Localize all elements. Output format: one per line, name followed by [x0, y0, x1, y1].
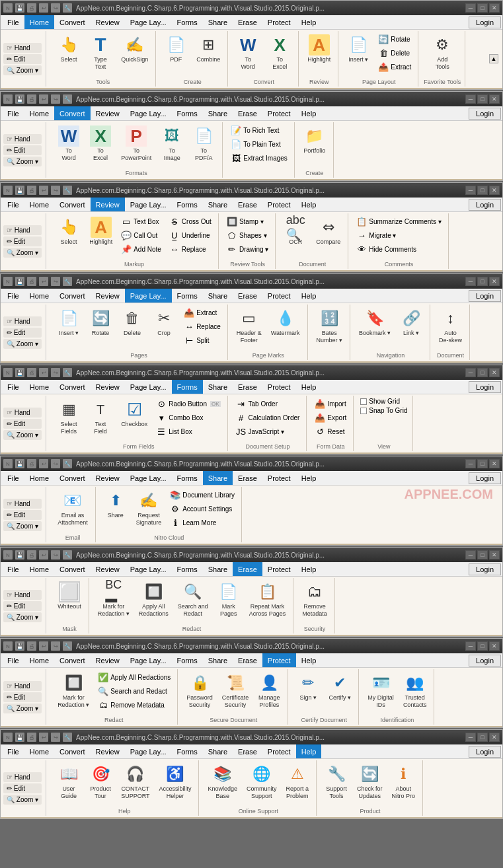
minimize-btn-8[interactable]: ─: [465, 641, 476, 651]
menu-share-6[interactable]: Share: [203, 471, 233, 485]
edit-tool-8[interactable]: ✏ Edit: [3, 692, 42, 702]
login-button[interactable]: Login: [469, 17, 501, 28]
hand-tool-8[interactable]: ☞ Hand: [3, 681, 42, 691]
menu-convert-2[interactable]: Convert: [54, 106, 91, 120]
text-field-btn[interactable]: T TextField: [86, 397, 115, 437]
repeat-mark-btn[interactable]: 📋 Repeat MarkAcross Pages: [246, 579, 290, 620]
menu-erase-9[interactable]: Erase: [233, 744, 262, 758]
shapes-btn[interactable]: ⬠Shapes ▾: [224, 229, 271, 242]
menu-help-3[interactable]: Help: [296, 198, 322, 211]
menu-forms-7[interactable]: Forms: [172, 562, 203, 576]
minimize-btn-3[interactable]: ─: [465, 186, 476, 195]
menu-convert-5[interactable]: Convert: [54, 380, 91, 394]
replace-btn[interactable]: ↔Replace: [167, 242, 214, 256]
user-guide-btn[interactable]: 📖 UserGuide: [54, 762, 83, 802]
hand-tool-2[interactable]: ☞ Hand: [3, 134, 42, 144]
menu-review-9[interactable]: Review: [91, 744, 125, 758]
calc-order-btn[interactable]: #Calculation Order: [233, 411, 303, 424]
edit-tool-9[interactable]: ✏ Edit: [3, 783, 42, 793]
bookmark-btn[interactable]: 🔖 Bookmark ▾: [356, 306, 394, 339]
menu-review[interactable]: Review: [91, 15, 125, 29]
bates-btn[interactable]: 🔢 BatesNumber ▾: [313, 306, 346, 346]
link-btn[interactable]: 🔗 Link ▾: [397, 306, 426, 339]
menu-file-6[interactable]: File: [2, 471, 24, 485]
menu-page-layout-7[interactable]: Page Lay...: [125, 562, 172, 576]
to-excel-btn[interactable]: X ToExcel: [265, 32, 294, 73]
whiteout-btn[interactable]: ⬜ Whiteout: [54, 579, 85, 612]
menu-erase-7[interactable]: Erase: [233, 562, 262, 576]
trusted-contacts-btn[interactable]: 👥 TrustedContacts: [400, 670, 430, 711]
zoom-tool-7[interactable]: 🔍 Zoom ▾: [3, 612, 42, 622]
menu-convert-9[interactable]: Convert: [54, 744, 91, 758]
ocr-btn[interactable]: abc🔍 OCR: [281, 215, 310, 248]
doc-library-btn[interactable]: 📚Document Library: [167, 488, 237, 501]
menu-protect-4[interactable]: Protect: [262, 289, 296, 303]
show-grid-checkbox[interactable]: [360, 398, 367, 405]
menu-protect-3[interactable]: Protect: [262, 198, 296, 211]
menu-protect[interactable]: Protect: [262, 15, 296, 29]
underline-btn[interactable]: U̲Underline: [167, 229, 214, 242]
add-tools-btn[interactable]: ⚙ AddTools: [428, 32, 457, 73]
hand-tool-6[interactable]: ☞ Hand: [3, 499, 42, 509]
close-btn-2[interactable]: ✕: [489, 94, 500, 104]
support-tools-btn[interactable]: 🔧 SupportTools: [322, 762, 351, 802]
menu-help-8[interactable]: Help: [296, 653, 322, 667]
menu-review-8[interactable]: Review: [91, 653, 125, 667]
snap-grid-checkbox[interactable]: [360, 408, 367, 414]
compare-btn[interactable]: ⇔ Compare: [313, 215, 344, 248]
reset-btn[interactable]: ↺Reset: [312, 425, 349, 438]
search-redact-p-btn[interactable]: 🔍Search and Redact: [95, 684, 173, 698]
login-button-3[interactable]: Login: [469, 199, 501, 211]
menu-protect-2[interactable]: Protect: [262, 106, 296, 120]
menu-erase[interactable]: Erase: [233, 15, 262, 29]
hand-tool[interactable]: ☞ Hand: [3, 43, 42, 53]
menu-page-layout[interactable]: Page Lay...: [125, 15, 172, 29]
menu-share-3[interactable]: Share: [203, 198, 233, 211]
login-button-7[interactable]: Login: [469, 563, 501, 575]
menu-erase-6[interactable]: Erase: [233, 471, 262, 485]
minimize-btn-7[interactable]: ─: [465, 550, 476, 560]
menu-erase-8[interactable]: Erase: [233, 653, 262, 667]
to-excel-btn-2[interactable]: X ToExcel: [86, 124, 115, 164]
javascript-btn[interactable]: JSJavaScript ▾: [233, 425, 303, 438]
extract-btn-4[interactable]: 📤Extract: [181, 306, 223, 319]
menu-forms-9[interactable]: Forms: [172, 744, 203, 758]
menu-help-9[interactable]: Help: [296, 744, 322, 758]
menu-share[interactable]: Share: [203, 15, 233, 29]
menu-erase-5[interactable]: Erase: [233, 380, 262, 394]
list-box-btn[interactable]: ☰List Box: [153, 425, 223, 438]
hand-tool-7[interactable]: ☞ Hand: [3, 590, 42, 600]
menu-file-5[interactable]: File: [2, 380, 24, 394]
login-button-5[interactable]: Login: [469, 381, 501, 393]
zoom-tool-8[interactable]: 🔍 Zoom ▾: [3, 704, 42, 713]
menu-forms-8[interactable]: Forms: [172, 653, 203, 667]
zoom-tool-2[interactable]: 🔍 Zoom ▾: [3, 157, 42, 166]
manage-profiles-btn[interactable]: 👤 ManageProfiles: [254, 670, 284, 711]
menu-page-layout-6[interactable]: Page Lay...: [125, 471, 172, 485]
to-word-btn-2[interactable]: W ToWord: [54, 124, 83, 164]
select-btn-3[interactable]: 👆 Select: [54, 215, 83, 248]
insert-btn[interactable]: 📄 Insert ▾: [344, 32, 373, 65]
menu-review-3[interactable]: Review: [91, 198, 125, 211]
menu-review-5[interactable]: Review: [91, 380, 125, 394]
split-btn[interactable]: ⊢Split: [181, 334, 223, 347]
edit-tool-2[interactable]: ✏ Edit: [3, 145, 42, 155]
menu-home-6[interactable]: Home: [24, 471, 54, 485]
menu-review-7[interactable]: Review: [91, 562, 125, 576]
menu-erase-3[interactable]: Erase: [233, 198, 262, 211]
certify-btn[interactable]: ✔ Certify ▾: [325, 670, 354, 704]
insert-btn-4[interactable]: 📄 Insert ▾: [54, 306, 83, 339]
menu-convert-4[interactable]: Convert: [54, 289, 91, 303]
menu-review-6[interactable]: Review: [91, 471, 125, 485]
add-note-btn[interactable]: 📌Add Note: [118, 242, 164, 256]
menu-help[interactable]: Help: [296, 15, 322, 29]
ribbon-collapse-btn[interactable]: ▲: [489, 54, 498, 63]
to-rich-text-btn[interactable]: 📝To Rich Text: [228, 124, 290, 137]
apply-all-redactions-btn[interactable]: 🔲 Apply AllRedactions: [135, 579, 172, 620]
menu-page-layout-5[interactable]: Page Lay...: [125, 380, 172, 394]
menu-convert[interactable]: Convert: [54, 15, 91, 29]
portfolio-btn[interactable]: 📁 Portfolio: [300, 124, 329, 157]
menu-home-5[interactable]: Home: [24, 380, 54, 394]
menu-forms-6[interactable]: Forms: [172, 471, 203, 485]
call-out-btn[interactable]: 💬Call Out: [118, 229, 164, 242]
